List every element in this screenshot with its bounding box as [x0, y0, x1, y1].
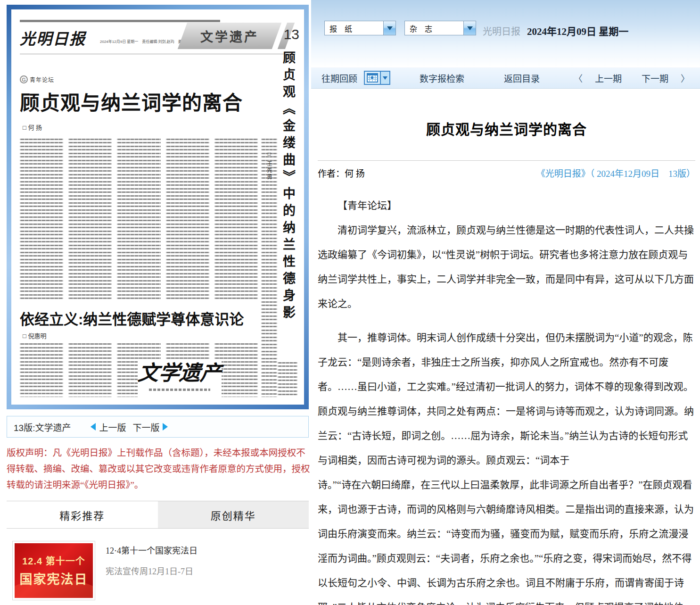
paper-masthead: 光明日报 [20, 26, 86, 49]
header-band: 报 纸 杂 志 光明日报 2024年12月09日 星期一 [311, 0, 700, 67]
article: 顾贞观与纳兰词学的离合 作者：何 扬 《光明日报》（ 2024年12月09日 1… [311, 118, 700, 605]
promo-item: 12.4 第十一个 国家宪法日 12·4第十一个国家宪法日 宪法宣传周12月1日… [7, 529, 309, 600]
stamp-calligraphy: 文学遗产 [136, 359, 223, 387]
column-tag: G 青年论坛 [20, 75, 54, 83]
prev-issue-link[interactable]: 上一期 [595, 72, 622, 84]
promo-title-link[interactable]: 12·4第十一个国家宪法日 [106, 544, 198, 556]
calendar-icon [364, 71, 381, 85]
next-page-label: 下一版 [132, 421, 159, 433]
paper-select-value: 报 纸 [325, 21, 383, 35]
newsprint-text-block [68, 343, 112, 397]
article-title: 顾贞观与纳兰词学的离合 [318, 118, 695, 139]
paper-article3-byline: □ 王先勇 [265, 151, 273, 181]
promo-thumbnail[interactable]: 12.4 第十一个 国家宪法日 [12, 541, 95, 600]
newsprint-text-block [20, 139, 63, 300]
constitution-day-banner: 12.4 第十一个 国家宪法日 [15, 543, 93, 598]
issue-pager: 〈 上一期 下一期 〉 [574, 72, 690, 84]
promo-subtitle: 宪法宣传周12月1日-7日 [106, 564, 198, 577]
gmw-logo-icon: G [20, 75, 28, 83]
article-paragraph: 诗。”“诗在六朝曰绮靡，在三代以上曰温柔敦厚，此非词源之所自出者乎？”在顾贞观看… [318, 472, 695, 605]
issue-info: 光明日报 2024年12月09日 星期一 [483, 24, 628, 38]
paper-article1-byline: □ 何 扬 [23, 123, 42, 132]
page-nav-label: 13版:文学遗产 [14, 421, 71, 433]
paper-select-arrow[interactable] [383, 21, 395, 35]
newsprint-text-block [166, 139, 209, 300]
newspaper-page-image[interactable]: 光明日报 2024年12月9日 星期一 责任编辑:刘剑,赵玙 美术编辑:朱江 电… [11, 9, 304, 405]
back-issues-link[interactable]: 往期回顾 [321, 72, 357, 84]
left-column: 光明日报 2024年12月9日 星期一 责任编辑:刘剑,赵玙 美术编辑:朱江 电… [7, 5, 309, 409]
newsprint-text-block [117, 139, 160, 300]
paper-article3-vertical-headline[interactable]: 顾贞观《金缕曲》中的纳兰性德身影 [279, 51, 297, 362]
stamp-caption-line [149, 389, 210, 391]
masthead-rule [20, 54, 296, 54]
prev-page-icon [91, 423, 96, 431]
article-body: 【青年论坛】 清初词学复兴，流派林立，顾贞观与纳兰性德是这一时期的代表性词人，二… [318, 193, 695, 605]
article-byline-row: 作者：何 扬 《光明日报》（ 2024年12月09日 13版） [318, 166, 695, 179]
issue-date: 2024年12月09日 星期一 [527, 24, 628, 38]
next-issue-link[interactable]: 下一期 [642, 72, 668, 84]
digital-paper-search-link[interactable]: 数字报检索 [420, 72, 464, 84]
article-paragraph: 清初词学复兴，流派林立，顾贞观与纳兰性德是这一时期的代表性词人，二人共操选政编纂… [318, 218, 695, 316]
newsprint-text-block [20, 343, 63, 397]
magazine-select[interactable]: 杂 志 [404, 21, 476, 35]
magazine-select-arrow[interactable] [463, 21, 476, 35]
title-divider [318, 160, 695, 161]
newspaper-preview-frame: 光明日报 2024年12月9日 星期一 责任编辑:刘剑,赵玙 美术编辑:朱江 电… [7, 5, 309, 409]
toolbar: 往期回顾 数字报检索 返回目录 〈 上一期 下 [311, 67, 700, 89]
newsprint-text-block [214, 139, 258, 300]
calendar-dropdown-button[interactable] [381, 71, 390, 85]
paper-select[interactable]: 报 纸 [324, 21, 396, 35]
tab-original[interactable]: 原创精华 [158, 501, 309, 528]
paper-article1-headline[interactable]: 顾贞观与纳兰词学的离合 [20, 87, 243, 116]
next-page-icon [163, 423, 168, 431]
back-to-contents-link[interactable]: 返回目录 [504, 72, 540, 84]
next-issue-arrow: 〉 [681, 72, 690, 84]
chevron-down-icon [467, 26, 473, 30]
promo-text: 12·4第十一个国家宪法日 宪法宣传周12月1日-7日 [106, 541, 198, 600]
article-source: 《光明日报》（ 2024年12月09日 13版） [536, 166, 695, 179]
promo-tabs: 精彩推荐 原创精华 [7, 501, 309, 529]
prev-page-label: 上一版 [99, 421, 126, 433]
paper-top-rule [20, 20, 220, 22]
copyright-notice: 版权声明：凡《光明日报》上刊载作品（含标题），未经本报或本网授权不得转载、摘编、… [7, 445, 312, 493]
banner-line1: 12.4 第十一个 [15, 554, 93, 567]
next-page-link[interactable]: 下一版 [132, 421, 168, 433]
section-banner: 文学遗产 [182, 23, 277, 49]
brand-name: 光明日报 [483, 24, 520, 38]
paper-article2-headline[interactable]: 依经立义:纳兰性德赋学尊体意识论 [20, 307, 244, 329]
promo-section: 精彩推荐 原创精华 12.4 第十一个 国家宪法日 12·4第十一个国家宪法日 … [7, 501, 309, 605]
chevron-down-icon [387, 26, 393, 30]
newsprint-text-block [278, 362, 297, 396]
paper-article2-byline: □ 倪惠明 [23, 331, 46, 340]
column-tag-label: 青年论坛 [30, 75, 54, 83]
prev-issue-arrow: 〈 [574, 72, 583, 84]
article-section-tag: 【青年论坛】 [318, 193, 695, 218]
newsprint-columns-article1 [20, 139, 258, 300]
article-author: 作者：何 扬 [318, 166, 365, 179]
prev-page-link[interactable]: 上一版 [91, 421, 126, 433]
article-paragraph: 其一，推尊词体。明末词人创作成绩十分突出，但仍未摆脱词为“小道”的观念，陈子龙云… [318, 325, 695, 472]
paper-page-number: 13 [284, 26, 299, 42]
right-column: 报 纸 杂 志 光明日报 2024年12月09日 星期一 往期回顾 [311, 0, 700, 605]
magazine-select-value: 杂 志 [405, 21, 463, 35]
newsprint-text-block [68, 139, 112, 300]
literary-heritage-stamp: 文学遗产 [138, 359, 222, 400]
banner-line2: 国家宪法日 [15, 569, 93, 588]
chevron-down-icon [383, 76, 387, 80]
page-navigation-bar: 13版:文学遗产 上一版 下一版 [7, 416, 309, 438]
calendar-picker[interactable] [364, 71, 390, 85]
tab-recommend[interactable]: 精彩推荐 [7, 501, 158, 528]
section-banner-label: 文学遗产 [182, 23, 277, 49]
